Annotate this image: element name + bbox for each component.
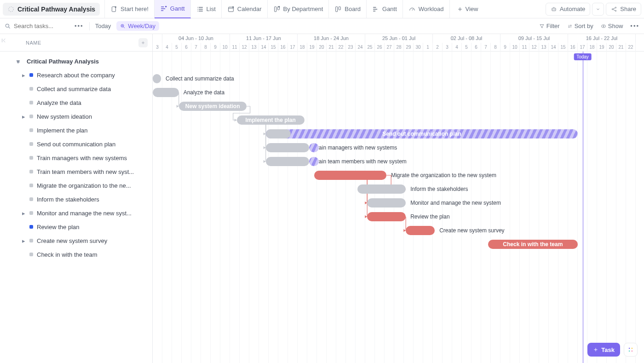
day-header: 10 [510, 43, 520, 52]
space-selector[interactable]: Critical Pathway Analysis [3, 3, 100, 16]
bar-label: Migrate the organization to the new syst… [391, 171, 496, 180]
tree-item[interactable]: Check in with the team [0, 248, 152, 261]
workload-icon [408, 6, 416, 13]
add-view-button[interactable]: View [452, 6, 484, 12]
tree-item[interactable]: Migrate the organization to the ne... [0, 179, 152, 192]
day-header: 19 [597, 43, 607, 52]
add-column-button[interactable] [138, 38, 148, 47]
view-gantt2[interactable]: Gantt [367, 0, 403, 18]
gantt-bar[interactable]: Check in with the team [488, 240, 578, 249]
day-header: 13 [249, 43, 259, 52]
automate-button[interactable]: Automate [546, 3, 591, 16]
view-board[interactable]: Board [329, 0, 367, 18]
svg-rect-10 [339, 6, 341, 10]
bar-label: Review the plan [410, 212, 449, 221]
day-header: 18 [587, 43, 597, 52]
tree-item[interactable]: ▸Create new system survey [0, 234, 152, 248]
view-calendar[interactable]: Calendar [222, 0, 268, 18]
sortby-button[interactable]: Sort by [567, 23, 593, 29]
bar-label: New system ideation [182, 103, 244, 109]
divider [89, 22, 90, 30]
tree-item[interactable]: ▸Research about the company [0, 68, 152, 82]
day-header: 25 [365, 43, 375, 52]
tree-item[interactable]: ▸New system ideation [0, 109, 152, 123]
svg-rect-4 [229, 7, 234, 12]
apps-button[interactable] [624, 343, 638, 357]
today-button[interactable]: Today [95, 23, 111, 29]
view-start-here[interactable]: Start here! [104, 0, 155, 18]
show-label: Show [608, 23, 623, 29]
tree-item[interactable]: Collect and summarize data [0, 82, 152, 96]
tree-root[interactable]: ▾≡Critical Pathway Analysis [0, 54, 152, 68]
day-header: 5 [172, 43, 182, 52]
svg-point-16 [615, 10, 616, 11]
tree-item[interactable]: Review the plan [0, 220, 152, 234]
gantt-bar[interactable]: Analyze the data [153, 88, 179, 97]
automate-dropdown[interactable] [592, 3, 604, 16]
day-header: 4 [452, 43, 462, 52]
tree-item[interactable]: Implement the plan [0, 123, 152, 137]
gantt-bar[interactable] [309, 157, 319, 166]
gantt-bar[interactable]: Send out communication plan [266, 129, 578, 138]
search-input[interactable] [14, 23, 69, 29]
bar-label: Send out communication plan [379, 131, 465, 137]
svg-point-21 [629, 348, 630, 349]
view-gantt-active[interactable]: Gantt [155, 0, 191, 18]
view-label: Gantt [382, 6, 397, 12]
svg-point-15 [615, 7, 616, 8]
new-task-button[interactable]: Task [587, 343, 620, 357]
view-label: Board [345, 6, 361, 12]
gantt-bar[interactable]: Collect and summarize data [153, 74, 161, 83]
tree-item[interactable]: ▸Monitor and manage the new syst... [0, 206, 152, 220]
calendar-pin-icon [227, 6, 235, 13]
add-view-label: View [466, 6, 478, 12]
view-label: Gantt [170, 5, 185, 12]
tree-item[interactable]: Send out communication plan [0, 137, 152, 151]
gantt-bar[interactable] [266, 129, 291, 138]
gantt-bar[interactable]: New system ideation [179, 102, 247, 111]
tree-item[interactable]: Inform the stakeholders [0, 192, 152, 206]
svg-point-22 [632, 348, 633, 349]
chevron-down-icon [596, 7, 600, 12]
gantt-bar[interactable]: Create new system survey [406, 226, 435, 235]
filter-button[interactable]: Filter [539, 23, 560, 29]
board-pin-icon [273, 6, 281, 13]
view-by-department[interactable]: By Department [268, 0, 329, 18]
week-header: 16 Jul - 22 Jul [568, 34, 636, 43]
svg-point-14 [612, 8, 613, 9]
view-label: List [207, 6, 216, 12]
view-more-icon[interactable]: ••• [630, 23, 639, 29]
tree-item[interactable]: Train managers with new systems [0, 151, 152, 165]
day-header: 29 [404, 43, 414, 52]
search-field[interactable] [5, 23, 69, 29]
zoom-weekday-pill[interactable]: Week/Day [116, 21, 159, 31]
day-header: 4 [162, 43, 172, 52]
gantt-bar[interactable]: Monitor and manage the new system [367, 198, 406, 207]
tree-item[interactable]: Analyze the data [0, 96, 152, 109]
view-workload[interactable]: Workload [403, 0, 450, 18]
svg-rect-6 [274, 6, 276, 12]
svg-point-13 [554, 9, 555, 10]
gantt-bar[interactable]: Inform the stakeholders [357, 184, 406, 194]
search-more-icon[interactable]: ••• [75, 23, 84, 29]
gantt-bar[interactable]: Train managers with new systems [266, 143, 310, 152]
gantt-bar[interactable]: Review the plan [367, 212, 406, 221]
board-icon [334, 6, 342, 13]
automate-label: Automate [560, 6, 586, 12]
gantt-bar[interactable]: Train team members with new system [266, 157, 310, 166]
svg-point-23 [629, 351, 630, 352]
gantt-bar[interactable]: Migrate the organization to the new syst… [314, 171, 387, 180]
gantt-bar[interactable] [309, 143, 319, 152]
view-list[interactable]: List [191, 0, 222, 18]
show-button[interactable]: Show [601, 23, 623, 29]
tree-item[interactable]: Train team members with new syst... [0, 165, 152, 179]
collapse-sidebar-icon[interactable] [1, 37, 8, 46]
gantt-bar[interactable]: Implement the plan [237, 115, 305, 125]
space-title: Critical Pathway Analysis [17, 6, 95, 13]
svg-rect-9 [336, 6, 338, 12]
search-icon [5, 23, 11, 29]
day-header: 1 [423, 43, 433, 52]
share-button[interactable]: Share [606, 3, 641, 16]
bar-label: Analyze the data [184, 88, 224, 97]
column-header-name: NAME [26, 40, 41, 46]
